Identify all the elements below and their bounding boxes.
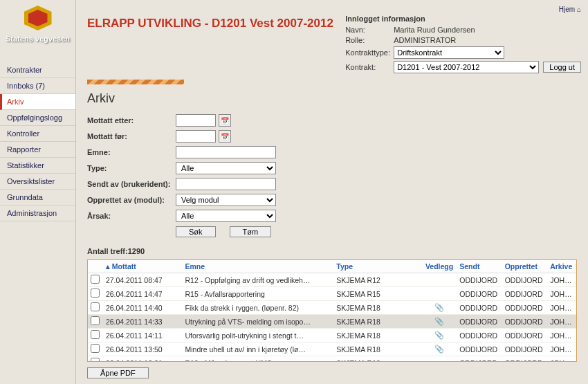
cell-vedlegg: 📎 xyxy=(422,315,457,329)
cell-sendt: ODDIJORD xyxy=(457,342,502,356)
name-value: Marita Ruud Gundersen xyxy=(394,26,475,34)
table-row[interactable]: 27.04.2011 08:47R12 - Oppfølging av drif… xyxy=(88,273,576,287)
logout-button[interactable]: Logg ut xyxy=(543,62,581,73)
cell-type: SKJEMA R18 xyxy=(333,342,422,356)
search-button[interactable]: Søk xyxy=(176,226,216,237)
name-label: Navn: xyxy=(345,26,394,34)
cell-vedlegg: 📎 xyxy=(422,342,457,356)
select-opprettet-av[interactable]: Velg modul xyxy=(176,194,276,206)
col-checkbox[interactable] xyxy=(88,260,103,273)
nav-arkiv[interactable]: Arkiv xyxy=(0,94,75,110)
select-arsak[interactable]: Alle xyxy=(176,210,276,222)
paperclip-icon: 📎 xyxy=(434,331,444,339)
input-sendt-av[interactable] xyxy=(176,178,276,190)
filter-panel: Mottatt etter:📅 Mottatt før:📅 Emne: Type… xyxy=(76,111,588,243)
kontrakt-select[interactable]: D1201 - Vest 2007-2012 xyxy=(394,61,539,73)
input-mottatt-etter[interactable] xyxy=(176,114,216,127)
nav-statistikker[interactable]: Statistikker xyxy=(0,158,75,174)
cell-mottatt: 26.04.2011 14:33 xyxy=(103,315,183,329)
input-mottatt-for[interactable] xyxy=(176,130,216,143)
cell-opprettet: ODDIJORD xyxy=(502,287,547,301)
cell-sendt: ODDIJORD xyxy=(457,329,502,342)
page-title: Arkiv xyxy=(76,91,588,111)
cell-arkiv: JOH… xyxy=(547,342,576,356)
home-link-label: Hjem xyxy=(559,6,575,13)
session-panel: Hjem ⌂ Innlogget informasjon Navn:Marita… xyxy=(345,6,581,75)
nav-kontrakter[interactable]: Kontrakter xyxy=(0,62,75,78)
nav-oversiktslister[interactable]: Oversiktslister xyxy=(0,174,75,190)
nav-kontroller[interactable]: Kontroller xyxy=(0,126,75,142)
cell-opprettet: ODDIJORD xyxy=(502,342,547,356)
logo-area: Statens vegvesen xyxy=(0,0,75,50)
label-opprettet-av: Opprettet av (modul): xyxy=(87,196,176,204)
results-table: ▴ Mottatt Emne Type Vedlegg Sendt Oppret… xyxy=(87,259,577,362)
cell-sendt: ODDIJORD xyxy=(457,287,502,301)
cell-arkiv: JOH… xyxy=(547,287,576,301)
table-row[interactable]: 26.04.2011 14:11Uforsvarlig polit-utrykn… xyxy=(88,329,576,342)
cell-emne: R19 - Månedsrapport HMS xyxy=(182,356,333,362)
cell-mottatt: 26.04.2011 14:40 xyxy=(103,301,183,315)
cell-vedlegg: 📎 xyxy=(422,301,457,315)
table-row[interactable]: 26.04.2011 14:40Fikk da strekk i ryggen.… xyxy=(88,301,576,315)
table-row[interactable]: 26.04.2011 13:31R19 - Månedsrapport HMSS… xyxy=(88,356,576,362)
table-row[interactable]: 26.04.2011 13:50Mindre uhell ut av/ inn … xyxy=(88,342,576,356)
label-arsak: Årsak: xyxy=(87,212,176,220)
calendar-icon[interactable]: 📅 xyxy=(219,130,231,143)
home-icon: ⌂ xyxy=(577,6,581,13)
table-row[interactable]: 26.04.2011 14:33Utrykning på VTS- meldin… xyxy=(88,315,576,329)
nav-administrasjon[interactable]: Administrasjon xyxy=(0,205,75,221)
sort-asc-icon: ▴ xyxy=(106,262,112,271)
app-title: ELRAPP UTVIKLING - D1201 Vest 2007-2012 xyxy=(87,6,333,75)
label-emne: Emne: xyxy=(87,148,176,156)
cell-emne: Uforsvarlig polit-utrykning i stengt t… xyxy=(182,329,333,342)
role-label: Rolle: xyxy=(345,36,394,44)
sidebar: Statens vegvesen Kontrakter Innboks (7) … xyxy=(0,0,76,384)
nav-rapporter[interactable]: Rapporter xyxy=(0,142,75,158)
row-checkbox[interactable] xyxy=(91,344,100,353)
input-emne[interactable] xyxy=(176,146,276,158)
cell-sendt: ODDIJORD xyxy=(457,356,502,362)
col-emne[interactable]: Emne xyxy=(182,260,333,273)
select-type[interactable]: Alle xyxy=(176,162,276,174)
col-sendt[interactable]: Sendt xyxy=(457,260,502,273)
cell-sendt: ODDIJORD xyxy=(457,315,502,329)
col-arkiv[interactable]: Arkive xyxy=(547,260,576,273)
cell-mottatt: 26.04.2011 14:11 xyxy=(103,329,183,342)
cell-vedlegg xyxy=(422,287,457,301)
calendar-icon[interactable]: 📅 xyxy=(219,114,231,127)
cell-type: SKJEMA R18 xyxy=(333,315,422,329)
cell-vedlegg xyxy=(422,273,457,287)
col-vedlegg[interactable]: Vedlegg xyxy=(422,260,457,273)
row-checkbox[interactable] xyxy=(91,330,100,339)
cell-mottatt: 26.04.2011 13:31 xyxy=(103,356,183,362)
nav-innboks[interactable]: Innboks (7) xyxy=(0,78,75,94)
row-checkbox[interactable] xyxy=(91,302,100,311)
row-checkbox[interactable] xyxy=(91,275,100,284)
col-mottatt[interactable]: ▴ Mottatt xyxy=(103,260,183,273)
row-checkbox[interactable] xyxy=(91,358,100,362)
table-row[interactable]: 26.04.2011 14:47R15 - Avfallsrapporterin… xyxy=(88,287,576,301)
clear-button[interactable]: Tøm xyxy=(230,226,272,237)
row-checkbox[interactable] xyxy=(91,289,100,298)
row-checkbox[interactable] xyxy=(91,316,100,325)
paperclip-icon: 📎 xyxy=(434,303,444,311)
nav-grunndata[interactable]: Grunndata xyxy=(0,190,75,205)
table-header-row: ▴ Mottatt Emne Type Vedlegg Sendt Oppret… xyxy=(88,260,576,273)
header: ELRAPP UTVIKLING - D1201 Vest 2007-2012 … xyxy=(76,0,588,75)
nav: Kontrakter Innboks (7) Arkiv Oppfølgings… xyxy=(0,62,75,221)
cell-type: SKJEMA R18 xyxy=(333,329,422,342)
cell-emne: Fikk da strekk i ryggen. (løpenr. 82) xyxy=(182,301,333,315)
ktype-select[interactable]: Driftskontrakt xyxy=(394,46,504,59)
paperclip-icon: 📎 xyxy=(434,345,444,353)
cell-emne: Utrykning på VTS- melding om isopo… xyxy=(182,315,333,329)
label-mottatt-for: Mottatt før: xyxy=(87,132,176,140)
cell-type: SKJEMA R19 xyxy=(333,356,422,362)
open-pdf-button[interactable]: Åpne PDF xyxy=(87,367,149,378)
cell-arkiv: JOH… xyxy=(547,329,576,342)
cell-emne: R12 - Oppfølging av drift og vedlikeh… xyxy=(182,273,333,287)
nav-oppfolgingslogg[interactable]: Oppfølgingslogg xyxy=(0,110,75,126)
col-opprettet[interactable]: Opprettet xyxy=(502,260,547,273)
cell-type: SKJEMA R15 xyxy=(333,287,422,301)
home-link[interactable]: Hjem ⌂ xyxy=(345,6,581,13)
col-type[interactable]: Type xyxy=(333,260,422,273)
